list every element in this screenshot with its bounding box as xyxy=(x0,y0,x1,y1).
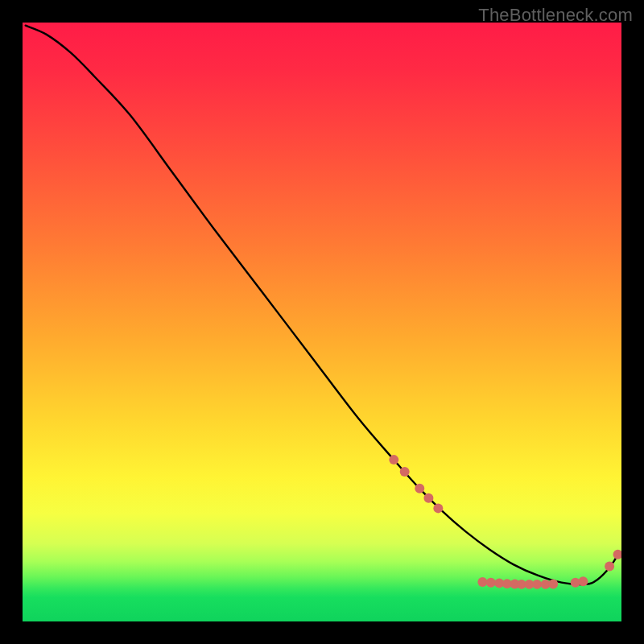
curve-marker-group xyxy=(389,455,621,589)
curve-marker-dot xyxy=(433,503,443,513)
curve-marker-dot xyxy=(400,467,410,477)
chart-root: TheBottleneck.com xyxy=(0,0,644,644)
curve-marker-dot xyxy=(605,562,614,572)
curve-marker-dot xyxy=(613,550,621,559)
curve-svg xyxy=(23,23,621,621)
curve-marker-dot xyxy=(486,578,496,588)
curve-marker-dot xyxy=(477,577,487,587)
curve-marker-dot xyxy=(532,580,542,589)
bottleneck-curve xyxy=(26,26,619,584)
plot-area xyxy=(23,23,621,621)
curve-marker-dot xyxy=(415,484,424,493)
curve-marker-dot xyxy=(548,580,558,589)
curve-marker-dot xyxy=(423,493,433,503)
curve-marker-dot xyxy=(389,455,398,464)
curve-marker-dot xyxy=(578,576,588,586)
attribution-watermark: TheBottleneck.com xyxy=(478,5,633,26)
